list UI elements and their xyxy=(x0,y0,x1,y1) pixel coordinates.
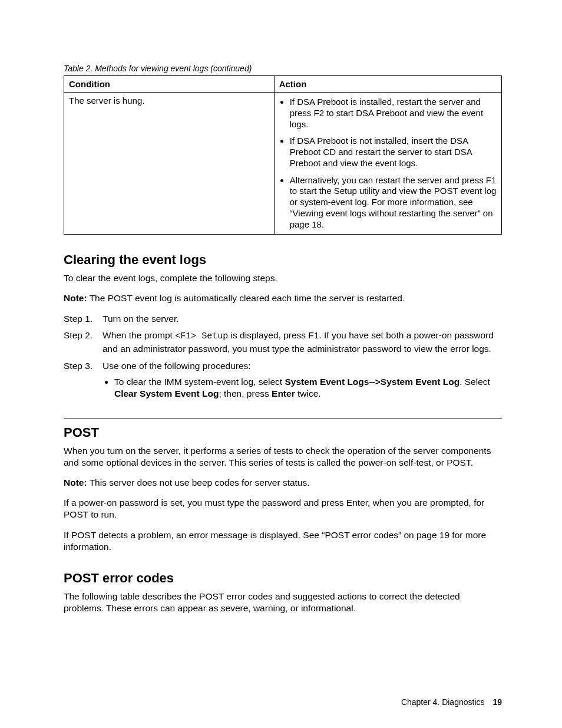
bold: Clear System Event Log xyxy=(114,388,219,398)
step-label: Step 1. xyxy=(64,313,103,325)
step-body: Turn on the server. xyxy=(103,313,502,325)
paragraph: If POST detects a problem, an error mess… xyxy=(64,529,502,553)
paragraph: To clear the event logs, complete the fo… xyxy=(64,272,502,284)
note-paragraph: Note: The POST event log is automaticall… xyxy=(64,292,502,304)
document-page: Table 2. Methods for viewing event logs … xyxy=(0,0,562,728)
page-footer: Chapter 4. Diagnostics 19 xyxy=(401,697,502,707)
text: Use one of the following procedures: xyxy=(103,361,251,371)
list-item: If DSA Preboot is not installed, insert … xyxy=(290,136,497,169)
step-label: Step 2. xyxy=(64,330,103,355)
bold: Enter xyxy=(272,388,295,398)
note-label: Note: xyxy=(64,293,87,303)
inner-list: To clear the IMM system-event log, selec… xyxy=(103,376,502,400)
paragraph: When you turn on the server, it performs… xyxy=(64,445,502,469)
step-body: Use one of the following procedures: To … xyxy=(103,360,502,402)
text: . Select xyxy=(459,377,490,387)
action-list: If DSA Preboot is installed, restart the… xyxy=(279,97,497,230)
step-row: Step 2. When the prompt <F1> Setup is di… xyxy=(64,330,502,355)
step-label: Step 3. xyxy=(64,360,103,402)
heading-post-error-codes: POST error codes xyxy=(64,571,502,586)
col-header-action: Action xyxy=(274,76,501,93)
list-item: If DSA Preboot is installed, restart the… xyxy=(290,97,497,130)
step-row: Step 3. Use one of the following procedu… xyxy=(64,360,502,402)
table-caption: Table 2. Methods for viewing event logs … xyxy=(64,64,502,73)
step-row: Step 1. Turn on the server. xyxy=(64,313,502,325)
bold: System Event Logs-->System Event Log xyxy=(285,377,459,387)
footer-chapter: Chapter 4. Diagnostics xyxy=(401,697,485,707)
steps-list: Step 1. Turn on the server. Step 2. When… xyxy=(64,313,502,402)
step-body: When the prompt <F1> Setup is displayed,… xyxy=(103,330,502,355)
condition-cell: The server is hung. xyxy=(64,93,275,235)
col-header-condition: Condition xyxy=(64,76,275,93)
table-header-row: Condition Action xyxy=(64,76,502,93)
text: When the prompt xyxy=(103,330,175,340)
paragraph: The following table describes the POST e… xyxy=(64,591,502,614)
note-body: This server does not use beep codes for … xyxy=(87,477,310,487)
list-item: To clear the IMM system-event log, selec… xyxy=(114,376,502,400)
text: To clear the IMM system-event log, selec… xyxy=(114,377,285,387)
text: ; then, press xyxy=(219,388,272,398)
heading-post: POST xyxy=(64,419,502,440)
note-paragraph: Note: This server does not use beep code… xyxy=(64,477,502,489)
note-label: Note: xyxy=(64,477,87,487)
text: twice. xyxy=(295,388,321,398)
heading-clearing-event-logs: Clearing the event logs xyxy=(64,252,502,268)
note-body: The POST event log is automatically clea… xyxy=(87,293,405,303)
action-cell: If DSA Preboot is installed, restart the… xyxy=(274,93,501,235)
footer-page-number: 19 xyxy=(492,697,502,707)
list-item: Alternatively, you can restart the serve… xyxy=(290,175,497,230)
event-table: Condition Action The server is hung. If … xyxy=(64,75,502,235)
table-row: The server is hung. If DSA Preboot is in… xyxy=(64,93,502,235)
paragraph: If a power-on password is set, you must … xyxy=(64,497,502,521)
inline-code: <F1> Setup xyxy=(175,331,228,341)
